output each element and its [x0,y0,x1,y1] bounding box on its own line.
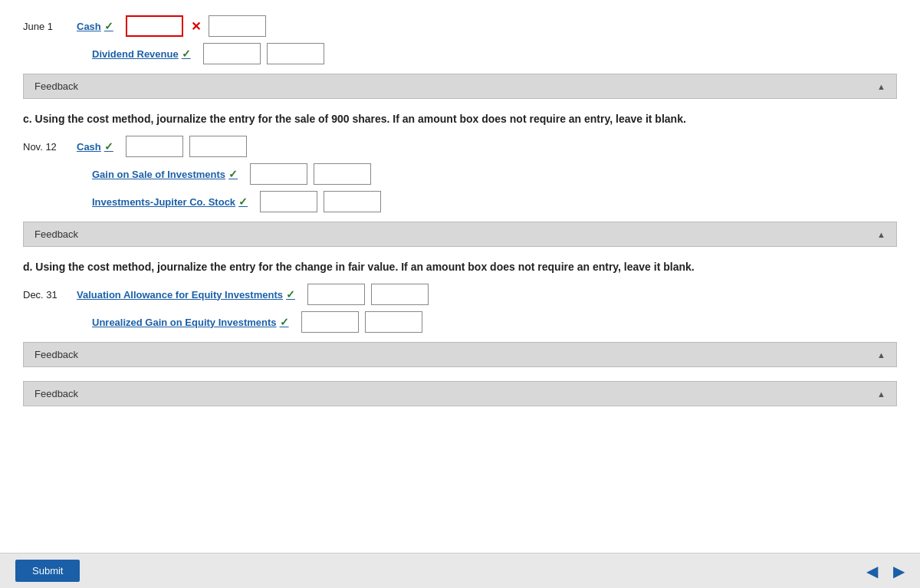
checkmark-c-1: ✓ [104,140,113,153]
feedback-bar-d2[interactable]: Feedback ▲ [23,381,897,406]
account-c-1: Cash ✓ [77,140,113,153]
feedback-d1-triangle: ▲ [877,350,886,360]
feedback-bar-b[interactable]: Feedback ▲ [23,74,897,99]
input-group-b-2 [203,43,324,64]
feedback-bar-d1[interactable]: Feedback ▲ [23,342,897,367]
date-b-1: June 1 [23,21,77,32]
account-c-2: Gain on Sale of Investments ✓ [92,168,238,180]
submit-button[interactable]: Submit [15,560,80,582]
input-group-d-2 [301,311,422,333]
checkmark-b-2: ✓ [182,48,191,60]
feedback-d1-label: Feedback [34,349,78,360]
journal-row-d-1: Dec. 31 Valuation Allowance for Equity I… [23,284,897,305]
feedback-c-triangle: ▲ [877,230,886,239]
input-group-c-1 [126,136,247,157]
error-x-b-1: ✕ [191,19,201,34]
input-b-1-debit[interactable] [126,15,183,37]
account-b-2: Dividend Revenue ✓ [92,48,191,60]
section-d-description: d. Using the cost method, journalize the… [23,261,897,273]
section-c: Nov. 12 Cash ✓ Gain on Sale of Investmen… [23,136,897,212]
input-d-2-debit[interactable] [301,311,359,333]
feedback-d2-triangle: ▲ [877,389,886,399]
journal-row-c-3: Investments-Jupiter Co. Stock ✓ [92,191,897,212]
date-d-1: Dec. 31 [23,289,77,301]
input-d-2-credit[interactable] [365,311,422,333]
checkmark-d-1: ✓ [286,288,295,301]
input-b-1-credit[interactable] [209,15,266,37]
checkmark-d-2: ✓ [280,316,289,328]
section-b: June 1 Cash ✓ ✕ Dividend Revenue ✓ [23,15,897,64]
input-d-1-credit[interactable] [371,284,429,305]
feedback-d2-label: Feedback [34,388,78,399]
input-c-1-debit[interactable] [126,136,183,157]
journal-row-b-1: June 1 Cash ✓ ✕ [23,15,897,37]
input-b-2-credit[interactable] [267,43,324,64]
input-group-c-3 [260,191,381,212]
input-group-c-2 [250,163,371,185]
input-group-d-1 [307,284,429,305]
feedback-b-triangle: ▲ [877,82,886,91]
feedback-bar-c[interactable]: Feedback ▲ [23,222,897,247]
input-group-b-1: ✕ [126,15,266,37]
input-c-3-debit[interactable] [260,191,317,212]
account-b-1: Cash ✓ [77,20,113,32]
page-container: June 1 Cash ✓ ✕ Dividend Revenue ✓ [0,0,920,588]
feedback-c-label: Feedback [34,228,78,240]
feedback-b-label: Feedback [34,80,78,92]
input-c-3-credit[interactable] [324,191,381,212]
bottom-bar: Submit ◀ ▶ [0,553,920,588]
account-d-2: Unrealized Gain on Equity Investments ✓ [92,316,289,328]
journal-row-b-2: Dividend Revenue ✓ [92,43,897,64]
journal-row-c-1: Nov. 12 Cash ✓ [23,136,897,157]
input-c-1-credit[interactable] [189,136,247,157]
section-c-description: c. Using the cost method, journalize the… [23,113,897,125]
prev-arrow-button[interactable]: ◀ [866,562,878,580]
next-arrow-button[interactable]: ▶ [893,562,905,580]
section-d: Dec. 31 Valuation Allowance for Equity I… [23,284,897,333]
journal-row-d-2: Unrealized Gain on Equity Investments ✓ [92,311,897,333]
account-c-3: Investments-Jupiter Co. Stock ✓ [92,195,248,208]
checkmark-b-1: ✓ [104,20,113,32]
content-area: June 1 Cash ✓ ✕ Dividend Revenue ✓ [0,0,920,435]
checkmark-c-3: ✓ [238,195,248,208]
account-d-1: Valuation Allowance for Equity Investmen… [77,288,295,301]
input-c-2-credit[interactable] [314,163,371,185]
date-c-1: Nov. 12 [23,141,77,153]
input-d-1-debit[interactable] [307,284,365,305]
input-c-2-debit[interactable] [250,163,307,185]
nav-arrows: ◀ ▶ [866,562,905,580]
journal-row-c-2: Gain on Sale of Investments ✓ [92,163,897,185]
checkmark-c-2: ✓ [228,168,238,180]
input-b-2-debit[interactable] [203,43,261,64]
